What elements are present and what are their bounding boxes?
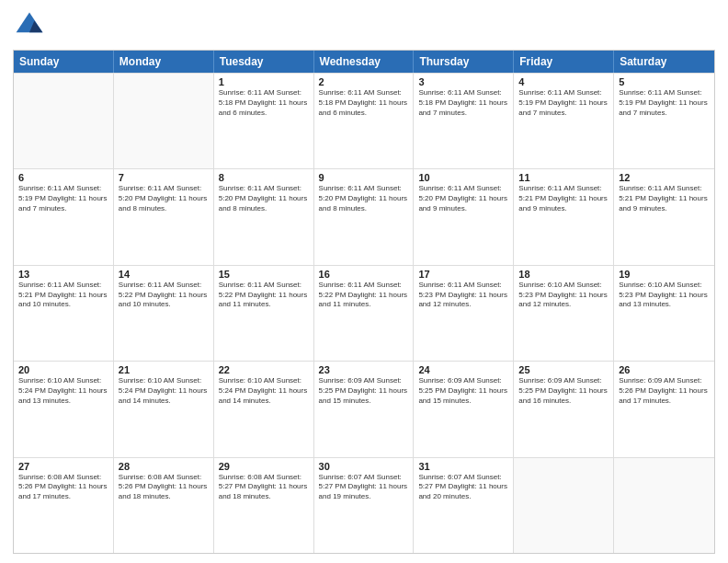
cal-cell: 26Sunrise: 6:09 AM Sunset: 5:26 PM Dayli… — [614, 362, 714, 456]
day-number: 4 — [518, 76, 609, 87]
cell-info: Sunrise: 6:11 AM Sunset: 5:20 PM Dayligh… — [219, 184, 309, 213]
day-number: 26 — [619, 364, 710, 375]
cell-info: Sunrise: 6:11 AM Sunset: 5:22 PM Dayligh… — [319, 281, 409, 310]
header — [13, 9, 715, 42]
cal-cell: 14Sunrise: 6:11 AM Sunset: 5:22 PM Dayli… — [114, 266, 214, 361]
day-number: 6 — [18, 172, 108, 183]
cell-info: Sunrise: 6:07 AM Sunset: 5:27 PM Dayligh… — [418, 473, 508, 502]
cell-info: Sunrise: 6:08 AM Sunset: 5:27 PM Dayligh… — [219, 473, 309, 502]
cal-cell: 23Sunrise: 6:09 AM Sunset: 5:25 PM Dayli… — [314, 362, 415, 456]
page: SundayMondayTuesdayWednesdayThursdayFrid… — [0, 0, 728, 563]
cell-info: Sunrise: 6:11 AM Sunset: 5:23 PM Dayligh… — [418, 281, 508, 310]
day-number: 24 — [418, 364, 508, 375]
cal-header-day: Wednesday — [314, 51, 415, 73]
cell-info: Sunrise: 6:09 AM Sunset: 5:25 PM Dayligh… — [518, 376, 609, 406]
day-number: 22 — [219, 364, 309, 375]
cal-cell: 25Sunrise: 6:09 AM Sunset: 5:25 PM Dayli… — [514, 362, 614, 456]
cal-cell: 24Sunrise: 6:09 AM Sunset: 5:25 PM Dayli… — [414, 362, 514, 456]
cal-row: 20Sunrise: 6:10 AM Sunset: 5:24 PM Dayli… — [14, 361, 714, 456]
cal-cell: 21Sunrise: 6:10 AM Sunset: 5:24 PM Dayli… — [114, 362, 214, 456]
cal-header-day: Friday — [514, 51, 614, 73]
cal-cell: 11Sunrise: 6:11 AM Sunset: 5:21 PM Dayli… — [514, 169, 614, 264]
cal-cell: 1Sunrise: 6:11 AM Sunset: 5:18 PM Daylig… — [214, 74, 314, 168]
day-number: 15 — [219, 269, 309, 280]
day-number: 29 — [219, 461, 309, 472]
cal-cell: 12Sunrise: 6:11 AM Sunset: 5:21 PM Dayli… — [614, 169, 714, 264]
cell-info: Sunrise: 6:11 AM Sunset: 5:22 PM Dayligh… — [119, 281, 209, 310]
cell-info: Sunrise: 6:11 AM Sunset: 5:20 PM Dayligh… — [119, 184, 209, 213]
cal-row: 13Sunrise: 6:11 AM Sunset: 5:21 PM Dayli… — [14, 265, 714, 361]
calendar-header: SundayMondayTuesdayWednesdayThursdayFrid… — [14, 51, 714, 73]
cell-info: Sunrise: 6:11 AM Sunset: 5:18 PM Dayligh… — [219, 88, 309, 118]
day-number: 30 — [319, 461, 409, 472]
day-number: 27 — [18, 461, 108, 472]
day-number: 3 — [418, 76, 508, 87]
cal-header-day: Tuesday — [214, 51, 314, 73]
cal-cell: 28Sunrise: 6:08 AM Sunset: 5:26 PM Dayli… — [114, 458, 214, 553]
cell-info: Sunrise: 6:11 AM Sunset: 5:20 PM Dayligh… — [319, 184, 409, 213]
cal-cell: 2Sunrise: 6:11 AM Sunset: 5:18 PM Daylig… — [314, 74, 415, 168]
day-number: 2 — [319, 76, 409, 87]
cal-cell — [14, 74, 114, 168]
cal-header-day: Monday — [114, 51, 214, 73]
cal-cell: 18Sunrise: 6:10 AM Sunset: 5:23 PM Dayli… — [514, 266, 614, 361]
cell-info: Sunrise: 6:11 AM Sunset: 5:22 PM Dayligh… — [219, 281, 309, 310]
cal-cell: 15Sunrise: 6:11 AM Sunset: 5:22 PM Dayli… — [214, 266, 314, 361]
day-number: 31 — [418, 461, 508, 472]
day-number: 20 — [18, 364, 108, 375]
cal-cell: 8Sunrise: 6:11 AM Sunset: 5:20 PM Daylig… — [214, 169, 314, 264]
cell-info: Sunrise: 6:08 AM Sunset: 5:26 PM Dayligh… — [119, 473, 209, 502]
cal-cell: 20Sunrise: 6:10 AM Sunset: 5:24 PM Dayli… — [14, 362, 114, 456]
cell-info: Sunrise: 6:11 AM Sunset: 5:19 PM Dayligh… — [518, 88, 609, 118]
day-number: 5 — [619, 76, 710, 87]
cal-cell: 27Sunrise: 6:08 AM Sunset: 5:26 PM Dayli… — [14, 458, 114, 553]
day-number: 28 — [119, 461, 209, 472]
cal-cell: 5Sunrise: 6:11 AM Sunset: 5:19 PM Daylig… — [614, 74, 714, 168]
cell-info: Sunrise: 6:11 AM Sunset: 5:19 PM Dayligh… — [619, 88, 710, 118]
cell-info: Sunrise: 6:10 AM Sunset: 5:24 PM Dayligh… — [18, 376, 108, 406]
cal-cell: 30Sunrise: 6:07 AM Sunset: 5:27 PM Dayli… — [314, 458, 415, 553]
cell-info: Sunrise: 6:11 AM Sunset: 5:21 PM Dayligh… — [619, 184, 710, 213]
cal-header-day: Thursday — [414, 51, 514, 73]
cell-info: Sunrise: 6:08 AM Sunset: 5:26 PM Dayligh… — [18, 473, 108, 502]
day-number: 23 — [319, 364, 409, 375]
cell-info: Sunrise: 6:11 AM Sunset: 5:19 PM Dayligh… — [18, 184, 108, 213]
cal-cell — [614, 458, 714, 553]
cal-row: 6Sunrise: 6:11 AM Sunset: 5:19 PM Daylig… — [14, 168, 714, 264]
cell-info: Sunrise: 6:10 AM Sunset: 5:24 PM Dayligh… — [219, 376, 309, 406]
cal-cell: 16Sunrise: 6:11 AM Sunset: 5:22 PM Dayli… — [314, 266, 415, 361]
day-number: 9 — [319, 172, 409, 183]
cell-info: Sunrise: 6:07 AM Sunset: 5:27 PM Dayligh… — [319, 473, 409, 502]
cal-cell: 9Sunrise: 6:11 AM Sunset: 5:20 PM Daylig… — [314, 169, 415, 264]
day-number: 21 — [119, 364, 209, 375]
cell-info: Sunrise: 6:10 AM Sunset: 5:23 PM Dayligh… — [518, 281, 609, 310]
cal-cell: 10Sunrise: 6:11 AM Sunset: 5:20 PM Dayli… — [414, 169, 514, 264]
logo — [13, 9, 50, 42]
cal-cell: 4Sunrise: 6:11 AM Sunset: 5:19 PM Daylig… — [514, 74, 614, 168]
cal-cell: 17Sunrise: 6:11 AM Sunset: 5:23 PM Dayli… — [414, 266, 514, 361]
cal-cell — [114, 74, 214, 168]
cal-row: 27Sunrise: 6:08 AM Sunset: 5:26 PM Dayli… — [14, 457, 714, 553]
cal-header-day: Sunday — [14, 51, 114, 73]
day-number: 13 — [18, 269, 108, 280]
cell-info: Sunrise: 6:11 AM Sunset: 5:18 PM Dayligh… — [418, 88, 508, 118]
day-number: 7 — [119, 172, 209, 183]
cell-info: Sunrise: 6:09 AM Sunset: 5:25 PM Dayligh… — [418, 376, 508, 406]
day-number: 25 — [518, 364, 609, 375]
cal-cell: 31Sunrise: 6:07 AM Sunset: 5:27 PM Dayli… — [414, 458, 514, 553]
cal-cell: 29Sunrise: 6:08 AM Sunset: 5:27 PM Dayli… — [214, 458, 314, 553]
cal-cell: 3Sunrise: 6:11 AM Sunset: 5:18 PM Daylig… — [414, 74, 514, 168]
day-number: 18 — [518, 269, 609, 280]
cell-info: Sunrise: 6:10 AM Sunset: 5:23 PM Dayligh… — [619, 281, 710, 310]
day-number: 16 — [319, 269, 409, 280]
cell-info: Sunrise: 6:11 AM Sunset: 5:18 PM Dayligh… — [319, 88, 409, 118]
cell-info: Sunrise: 6:11 AM Sunset: 5:20 PM Dayligh… — [418, 184, 508, 213]
cal-cell: 22Sunrise: 6:10 AM Sunset: 5:24 PM Dayli… — [214, 362, 314, 456]
logo-icon — [13, 9, 46, 42]
day-number: 10 — [418, 172, 508, 183]
calendar-body: 1Sunrise: 6:11 AM Sunset: 5:18 PM Daylig… — [14, 73, 714, 553]
day-number: 17 — [418, 269, 508, 280]
cal-cell: 7Sunrise: 6:11 AM Sunset: 5:20 PM Daylig… — [114, 169, 214, 264]
day-number: 8 — [219, 172, 309, 183]
day-number: 12 — [619, 172, 710, 183]
